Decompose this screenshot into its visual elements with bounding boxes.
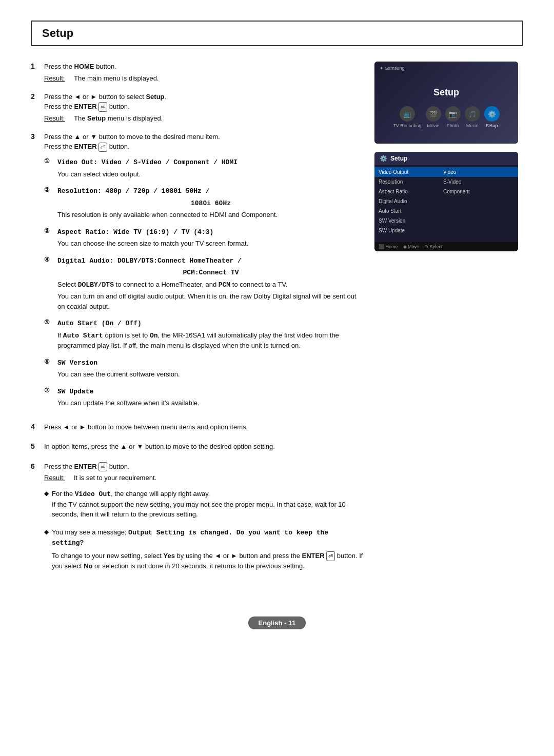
screen-icon-photo: 📷 Photo	[445, 106, 461, 128]
sub-item-2: ② Resolution: 480p / 720p / 1080i 50Hz /…	[44, 186, 364, 222]
sub-item-7: ⑦ SW Update You can update the software …	[44, 386, 364, 410]
sub-item-6: ⑥ SW Version You can see the current sof…	[44, 357, 364, 381]
menu-option-component: Component	[439, 187, 518, 196]
step-6: 6 Press the ENTER ⏎ button. Result: It i…	[31, 462, 364, 579]
screen-setup-menu: ⚙️ Setup Video Output Resolution Aspect …	[374, 152, 518, 251]
right-column: ✦ Samsung Setup 📺 TV Recording 🎬 Movie 📷…	[374, 62, 523, 586]
menu-item-resolution: Resolution	[374, 177, 439, 187]
menu-left-column: Video Output Resolution Aspect Ratio Dig…	[374, 165, 439, 242]
sub-item-4: ④ Digital Audio: DOLBY/DTS:Connect HomeT…	[44, 255, 364, 313]
menu-item-video-output: Video Output	[374, 167, 439, 177]
step-3: 3 Press the ▲ or ▼ button to move to the…	[31, 132, 364, 415]
menu-option-svideo: S-Video	[439, 177, 518, 187]
page-footer: English - 11	[31, 606, 523, 629]
footer-badge: English - 11	[248, 616, 306, 629]
sub-item-3: ③ Aspect Ratio: Wide TV (16:9) / TV (4:3…	[44, 227, 364, 250]
screen-icon-movie: 🎬 Movie	[426, 106, 441, 128]
menu-item-auto-start: Auto Start	[374, 206, 439, 216]
bullet-items: ◆ For the Video Out, the change will app…	[44, 489, 364, 573]
screen-top: ✦ Samsung Setup 📺 TV Recording 🎬 Movie 📷…	[374, 62, 518, 144]
menu-option-blank	[439, 196, 518, 206]
sub-item-1: ① Video Out: Video / S-Video / Component…	[44, 157, 364, 181]
bullet-item-2: ◆ You may see a message; Output Setting …	[44, 527, 364, 573]
menu-option-video: Video	[439, 167, 518, 177]
step-1: 1 Press the HOME button. Result: The mai…	[31, 62, 364, 85]
screen-icon-setup: ⚙️ Setup	[484, 106, 500, 128]
menu-item-digital-audio: Digital Audio	[374, 196, 439, 206]
page-title-box: Setup	[31, 21, 523, 46]
bullet-item-1: ◆ For the Video Out, the change will app…	[44, 489, 364, 522]
menu-right-column: Video S-Video Component	[439, 165, 518, 242]
left-column: 1 Press the HOME button. Result: The mai…	[31, 62, 364, 586]
sub-items: ① Video Out: Video / S-Video / Component…	[44, 157, 364, 410]
screen-icon-music: 🎵 Music	[465, 106, 480, 128]
menu-item-sw-update: SW Update	[374, 226, 439, 235]
step-4: 4 Press ◄ or ► button to move between me…	[31, 422, 364, 435]
page-title: Setup	[42, 27, 512, 40]
screen-icon-tv: 📺 TV Recording	[393, 106, 421, 128]
main-content: 1 Press the HOME button. Result: The mai…	[31, 62, 523, 586]
sub-item-5: ⑤ Auto Start (On / Off) If Auto Start op…	[44, 318, 364, 352]
screen-footer: ⬛ Home ◈ Move ⊕ Select	[374, 242, 518, 251]
menu-item-aspect-ratio: Aspect Ratio	[374, 187, 439, 196]
step-5: 5 In option items, press the ▲ or ▼ butt…	[31, 442, 364, 454]
menu-item-sw-version: SW Version	[374, 216, 439, 226]
step-2: 2 Press the ◄ or ► button to select Setu…	[31, 92, 364, 125]
